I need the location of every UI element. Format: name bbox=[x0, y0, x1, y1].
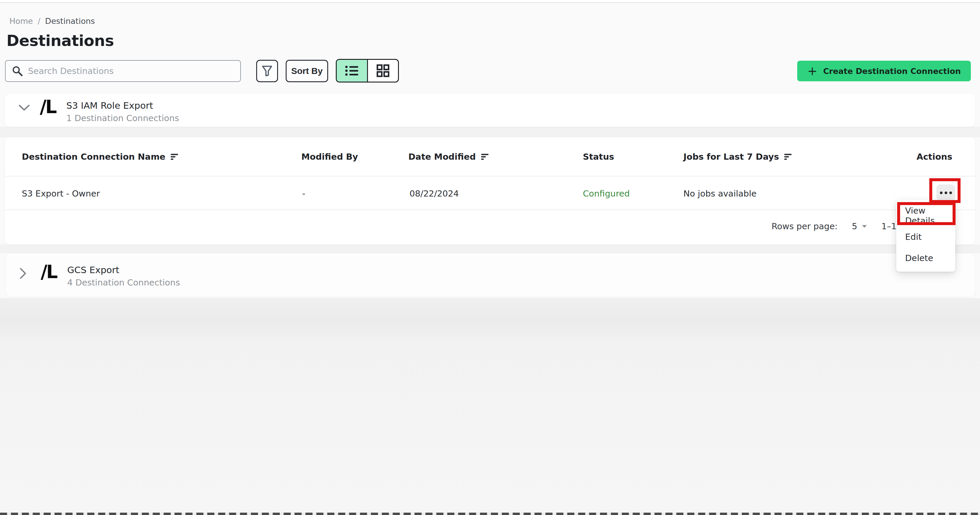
search-box[interactable] bbox=[5, 60, 241, 82]
menu-item-delete[interactable]: Delete bbox=[896, 247, 955, 269]
connector-logo: /L bbox=[40, 96, 56, 117]
cell-modified-by: - bbox=[302, 176, 305, 211]
search-icon bbox=[11, 65, 23, 77]
cell-jobs: No jobs available bbox=[683, 176, 757, 211]
filter-button[interactable] bbox=[256, 60, 278, 82]
cell-date-modified: 08/22/2024 bbox=[409, 176, 459, 211]
column-header-label: Actions bbox=[916, 152, 952, 162]
caret-down-icon bbox=[861, 225, 867, 228]
column-header-label: Status bbox=[583, 152, 614, 162]
sort-icon[interactable] bbox=[481, 153, 489, 160]
column-header-label: Date Modified bbox=[408, 152, 476, 162]
row-actions-button[interactable] bbox=[936, 184, 955, 201]
sort-by-button[interactable]: Sort By bbox=[286, 60, 328, 82]
column-header-label: Jobs for Last 7 Days bbox=[683, 152, 779, 162]
plus-icon: + bbox=[807, 65, 817, 77]
connections-table-card: Destination Connection Name Modified By … bbox=[5, 137, 975, 244]
sort-icon[interactable] bbox=[171, 153, 179, 160]
rows-per-page-value: 5 bbox=[852, 221, 857, 231]
column-header-label: Destination Connection Name bbox=[22, 152, 165, 162]
grid-view-icon bbox=[377, 64, 390, 77]
rows-per-page-label: Rows per page: bbox=[772, 221, 838, 231]
breadcrumb-home-link[interactable]: Home bbox=[10, 16, 33, 25]
section-subtitle: 1 Destination Connections bbox=[66, 113, 179, 123]
menu-item-edit[interactable]: Edit bbox=[896, 226, 955, 247]
section-gap bbox=[0, 127, 980, 137]
section-title: S3 IAM Role Export bbox=[66, 100, 179, 111]
funnel-icon bbox=[261, 65, 273, 77]
pagination-range: 1–1 bbox=[881, 221, 897, 231]
row-actions-menu: View Details Edit Delete bbox=[896, 200, 955, 272]
breadcrumb-separator: / bbox=[38, 16, 40, 25]
breadcrumb-current: Destinations bbox=[45, 16, 95, 25]
breadcrumb: Home / Destinations bbox=[10, 16, 95, 25]
section-title: GCS Export bbox=[67, 265, 180, 275]
column-header-status: Status bbox=[583, 137, 614, 176]
accordion-gcs-export[interactable]: /L GCS Export 4 Destination Connections bbox=[6, 254, 975, 297]
chevron-right-icon[interactable] bbox=[19, 268, 27, 280]
grid-view-toggle[interactable] bbox=[367, 60, 398, 82]
view-toggle bbox=[336, 59, 399, 82]
accordion-text: GCS Export 4 Destination Connections bbox=[67, 265, 180, 288]
table-row: S3 Export - Owner - 08/22/2024 Configure… bbox=[5, 176, 975, 210]
ellipsis-icon bbox=[940, 192, 943, 194]
ellipsis-icon bbox=[945, 192, 947, 194]
create-destination-connection-button[interactable]: + Create Destination Connection bbox=[797, 61, 971, 81]
column-header-label: Modified By bbox=[301, 152, 358, 162]
bottom-edge-bar bbox=[0, 513, 980, 515]
list-view-toggle[interactable] bbox=[337, 60, 367, 82]
menu-item-view-details[interactable]: View Details bbox=[896, 205, 955, 226]
sort-by-label: Sort By bbox=[291, 66, 323, 76]
column-header-actions: Actions bbox=[916, 137, 952, 176]
accordion-text: S3 IAM Role Export 1 Destination Connect… bbox=[66, 100, 179, 123]
pagination: Rows per page: 5 1–1 bbox=[772, 210, 897, 242]
column-header-name[interactable]: Destination Connection Name bbox=[22, 137, 179, 176]
page-title: Destinations bbox=[6, 32, 114, 49]
ellipsis-icon bbox=[949, 192, 952, 194]
page-background-band bbox=[0, 298, 980, 513]
column-header-date-modified[interactable]: Date Modified bbox=[408, 137, 489, 176]
column-header-jobs[interactable]: Jobs for Last 7 Days bbox=[683, 137, 792, 176]
section-subtitle: 4 Destination Connections bbox=[67, 277, 180, 288]
status-badge: Configured bbox=[583, 176, 630, 211]
search-input[interactable] bbox=[28, 66, 234, 76]
chevron-down-icon[interactable] bbox=[19, 104, 30, 113]
connector-logo: /L bbox=[41, 261, 57, 282]
create-button-label: Create Destination Connection bbox=[823, 67, 961, 76]
sort-icon[interactable] bbox=[784, 153, 792, 160]
accordion-s3-iam-role-export[interactable]: /L S3 IAM Role Export 1 Destination Conn… bbox=[5, 94, 975, 127]
section-gap bbox=[0, 244, 980, 254]
column-header-modified-by: Modified By bbox=[301, 137, 358, 176]
list-view-icon bbox=[345, 65, 358, 76]
cell-connection-name: S3 Export - Owner bbox=[22, 176, 100, 211]
rows-per-page-select[interactable]: 5 bbox=[852, 221, 867, 231]
top-divider bbox=[0, 0, 980, 3]
